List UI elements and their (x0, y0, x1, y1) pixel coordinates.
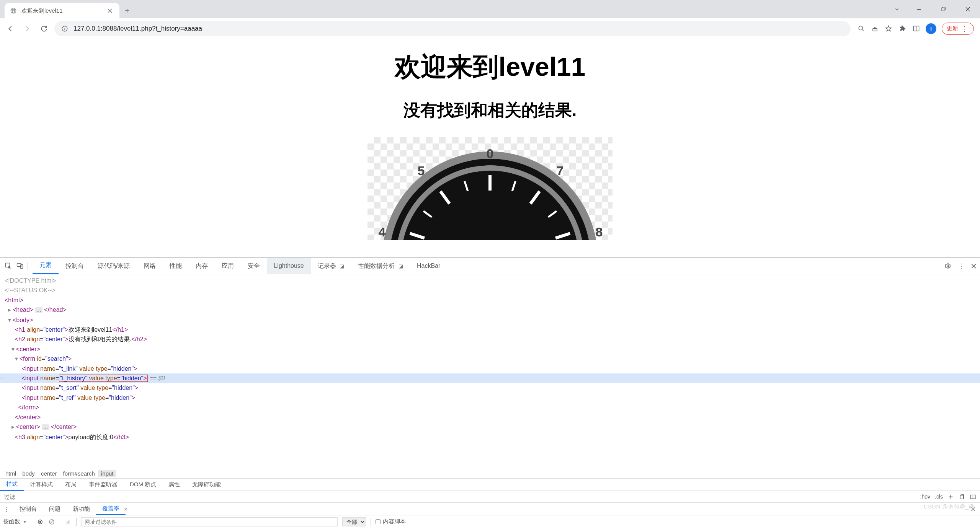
gauge-image: 0 5 7 4 8 (368, 137, 612, 240)
more-actions-icon: ⋯ (0, 373, 5, 383)
reload-button[interactable] (38, 22, 51, 35)
svg-text:7: 7 (557, 163, 564, 178)
drawer-kebab[interactable]: ⋮ (0, 506, 13, 513)
devtools-tab-app[interactable]: 应用 (215, 258, 241, 274)
coverage-mode-dropdown[interactable]: 按函数▼ (3, 518, 27, 525)
sidepanel-icon[interactable] (912, 24, 920, 33)
dombreak-tab[interactable]: DOM 断点 (124, 478, 162, 491)
devtools-tab-recorder[interactable]: 记录器 ◪ (311, 258, 351, 274)
svg-text:0: 0 (487, 146, 494, 161)
styles-tabs: 样式 计算样式 布局 事件监听器 DOM 断点 属性 无障碍功能 (0, 478, 980, 491)
toggle-layout-icon[interactable] (970, 494, 976, 500)
svg-text:5: 5 (418, 163, 425, 178)
clear-icon[interactable] (48, 518, 55, 525)
plus-icon[interactable] (947, 494, 954, 500)
address-bar[interactable]: 127.0.0.1:8088/level11.php?t_history=aaa… (54, 21, 851, 36)
devtools-tab-perfinsights[interactable]: 性能数据分析 ◪ (351, 258, 410, 274)
cls-toggle[interactable]: .cls (935, 494, 943, 500)
device-icon[interactable] (16, 262, 24, 270)
watermark: CSDN @奈何@_@ (924, 504, 975, 510)
bookmark-icon[interactable] (884, 24, 893, 33)
a11y-tab[interactable]: 无障碍功能 (186, 478, 227, 491)
site-info-icon[interactable] (61, 25, 68, 32)
update-button[interactable]: 更新 ⋮ (942, 23, 974, 35)
drawer-tab-close-icon[interactable]: × (124, 506, 127, 512)
browser-toolbar: 127.0.0.1:8088/level11.php?t_history=aaa… (0, 18, 980, 39)
globe-icon (10, 7, 17, 14)
svg-rect-6 (913, 26, 919, 31)
update-label: 更新 (947, 25, 958, 32)
devtools-close-icon[interactable] (971, 264, 976, 269)
devtools: 元素 控制台 源代码/来源 网络 性能 内存 应用 安全 Lighthouse … (0, 257, 980, 528)
inspect-icon[interactable] (5, 262, 12, 270)
devtools-tab-network[interactable]: 网络 (137, 258, 163, 274)
share-icon[interactable] (871, 24, 879, 33)
new-tab-button[interactable] (119, 3, 135, 18)
devtools-tab-perf[interactable]: 性能 (163, 258, 189, 274)
browser-titlebar: 欢迎来到level11 (0, 0, 980, 18)
drawer-tab-whatsnew[interactable]: 新功能 (67, 503, 96, 515)
coverage-url-filter[interactable] (81, 517, 338, 526)
window-controls (887, 0, 980, 18)
coverage-type-select[interactable]: 全部 (342, 517, 366, 526)
kebab-icon[interactable]: ⋮ (958, 262, 964, 270)
props-tab[interactable]: 属性 (162, 478, 186, 491)
styles-filter-row: :hov .cls (0, 491, 980, 503)
export-icon[interactable] (65, 518, 72, 525)
devtools-tab-elements[interactable]: 元素 (33, 258, 59, 274)
devtools-tab-console[interactable]: 控制台 (59, 258, 91, 274)
devtools-tab-lighthouse[interactable]: Lighthouse (267, 258, 310, 274)
layout-tab[interactable]: 布局 (59, 478, 83, 491)
dom-tree[interactable]: <!DOCTYPE html> <!--STATUS OK--> <html> … (0, 274, 980, 468)
browser-tab[interactable]: 欢迎来到level11 (5, 3, 119, 18)
tabsearch-icon[interactable] (887, 0, 906, 18)
close-icon[interactable] (108, 8, 113, 13)
svg-point-34 (39, 521, 41, 523)
hov-toggle[interactable]: :hov (920, 494, 930, 500)
svg-text:4: 4 (379, 225, 386, 239)
page-h1: 欢迎来到level11 (0, 50, 980, 85)
coverage-content-scripts[interactable]: 内容脚本 (376, 518, 406, 525)
svg-point-4 (859, 26, 862, 30)
tab-title: 欢迎来到level11 (21, 7, 103, 15)
devtools-tab-memory[interactable]: 内存 (189, 258, 215, 274)
record-icon[interactable] (37, 518, 44, 525)
extensions-icon[interactable] (898, 24, 906, 33)
svg-point-30 (947, 265, 949, 267)
maximize-button[interactable] (931, 0, 956, 18)
page-h2: 没有找到和相关的结果. (0, 99, 980, 122)
url-text: 127.0.0.1:8088/level11.php?t_history=aaa… (74, 25, 844, 33)
toolbar-icons: n 更新 ⋮ (854, 23, 976, 35)
drawer-tab-coverage[interactable]: 覆盖率 (96, 503, 126, 515)
svg-rect-2 (941, 8, 944, 11)
page-viewport: 欢迎来到level11 没有找到和相关的结果. (0, 39, 980, 257)
window-close-button[interactable] (956, 0, 980, 18)
devtools-tab-hackbar[interactable]: HackBar (410, 258, 447, 274)
forward-button[interactable] (21, 22, 34, 35)
devtools-tabs: 元素 控制台 源代码/来源 网络 性能 内存 应用 安全 Lighthouse … (0, 258, 980, 274)
devtools-drawer: ⋮ 控制台 问题 新功能 覆盖率 × 按函数▼ 全部 内容脚本 (0, 503, 980, 528)
drawer-tab-console[interactable]: 控制台 (13, 503, 43, 515)
dom-breadcrumb[interactable]: html body center form#search input (0, 468, 980, 478)
styles-filter-input[interactable] (0, 494, 916, 500)
listeners-tab[interactable]: 事件监听器 (83, 478, 124, 491)
selected-dom-node[interactable]: ⋯ <input name="t_history" value type="hi… (0, 373, 980, 383)
copy-styles-icon[interactable] (959, 494, 965, 500)
minimize-button[interactable] (906, 0, 931, 18)
styles-tab[interactable]: 样式 (0, 478, 24, 491)
gear-icon[interactable] (944, 262, 951, 269)
computed-tab[interactable]: 计算样式 (24, 478, 59, 491)
avatar[interactable]: n (926, 23, 936, 34)
zoom-icon[interactable] (857, 24, 865, 33)
svg-text:8: 8 (596, 225, 603, 239)
back-button[interactable] (4, 22, 17, 35)
drawer-tab-issues[interactable]: 问题 (43, 503, 67, 515)
svg-rect-31 (960, 495, 964, 499)
devtools-tab-security[interactable]: 安全 (241, 258, 267, 274)
more-icon: ⋮ (961, 25, 968, 32)
devtools-tab-sources[interactable]: 源代码/来源 (91, 258, 137, 274)
coverage-toolbar: 按函数▼ 全部 内容脚本 (0, 515, 980, 528)
